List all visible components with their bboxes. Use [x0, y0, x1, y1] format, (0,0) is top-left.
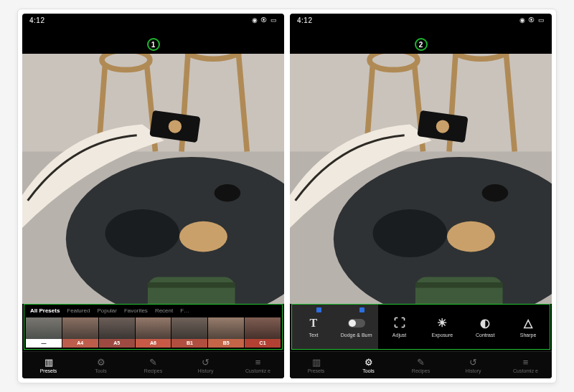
nav-tools[interactable]: ⚙ Tools	[75, 352, 127, 378]
customize-icon: ≡	[255, 358, 261, 367]
presets-icon: ▥	[312, 358, 321, 367]
bottom-nav: ▥ Presets ⚙ Tools ✎ Recipes ↺ History ≡ …	[290, 351, 552, 378]
svg-rect-13	[148, 282, 235, 288]
preset-c1[interactable]: C1	[245, 317, 281, 348]
photo-preview[interactable]	[290, 54, 552, 304]
tool-dodge-burn[interactable]: Dodge & Burn	[335, 305, 378, 349]
tab-more[interactable]: F…	[180, 307, 189, 314]
bottom-nav: ▥ Presets ⚙ Tools ✎ Recipes ↺ History ≡ …	[22, 351, 284, 378]
status-time: 4:12	[297, 16, 312, 24]
tab-all-presets[interactable]: All Presets	[30, 307, 60, 314]
tab-featured[interactable]: Featured	[67, 307, 90, 314]
tool-text[interactable]: T Text	[292, 305, 335, 349]
customize-icon: ≡	[523, 358, 529, 367]
tool-adjust[interactable]: ⛶ Adjust	[378, 305, 421, 349]
toggle-icon	[348, 317, 365, 330]
nav-recipes[interactable]: ✎ Recipes	[127, 352, 179, 378]
history-icon: ↺	[202, 358, 210, 367]
step-badge-2: 2	[415, 38, 428, 51]
phone-screenshot-1: 4:12 ◉ ⦿ ▭ 1	[22, 14, 284, 378]
lock-icon	[316, 307, 321, 312]
tools-icon: ⚙	[97, 358, 105, 367]
sharpen-icon: △	[524, 317, 532, 330]
tools-icon: ⚙	[364, 358, 373, 367]
header-area: 1	[22, 27, 284, 54]
signal-icon: ⦿	[528, 16, 535, 24]
lock-icon	[359, 307, 364, 312]
nav-customize[interactable]: ≡ Customiz e	[499, 352, 552, 378]
preset-b5[interactable]: B5	[208, 317, 244, 348]
preset-a6[interactable]: A6	[136, 317, 171, 348]
preset-original[interactable]: —	[26, 317, 62, 348]
svg-rect-28	[415, 277, 503, 304]
header-area: 2	[290, 27, 552, 54]
tab-recent[interactable]: Recent	[155, 307, 173, 314]
status-bar: 4:12 ◉ ⦿ ▭	[22, 14, 284, 27]
preset-a5[interactable]: A5	[99, 317, 135, 348]
nav-presets[interactable]: ▥ Presets	[22, 352, 75, 378]
tutorial-canvas: 4:12 ◉ ⦿ ▭ 1	[17, 9, 557, 383]
tool-sharpen[interactable]: △ Sharpe	[507, 305, 550, 349]
recipes-icon: ✎	[149, 358, 157, 367]
history-icon: ↺	[469, 358, 477, 367]
text-icon: T	[310, 317, 318, 330]
nav-customize[interactable]: ≡ Customiz e	[232, 352, 284, 378]
preset-b1[interactable]: B1	[171, 317, 207, 348]
photo-preview[interactable]	[22, 54, 284, 304]
nav-recipes[interactable]: ✎ Recipes	[395, 352, 447, 378]
battery-icon: ▭	[538, 16, 545, 24]
preset-a4[interactable]: A4	[62, 317, 98, 348]
phone-screenshot-2: 4:12 ◉ ⦿ ▭ 2	[290, 14, 552, 378]
step-badge-1: 1	[147, 38, 160, 51]
wifi-icon: ◉	[252, 16, 258, 24]
tab-favorites[interactable]: Favorites	[124, 307, 148, 314]
recipes-icon: ✎	[417, 358, 425, 367]
svg-rect-29	[415, 282, 503, 288]
tool-contrast[interactable]: ◐ Contrast	[464, 305, 507, 349]
preview-image	[290, 54, 552, 304]
svg-point-11	[215, 184, 241, 201]
preview-image	[22, 54, 284, 304]
svg-rect-12	[148, 277, 235, 304]
svg-point-26	[447, 221, 495, 252]
tools-row: T Text Dodge & Burn ⛶ Adjust ☀ Exposure …	[291, 304, 550, 350]
status-icons: ◉ ⦿ ▭	[519, 16, 545, 24]
battery-icon: ▭	[270, 16, 278, 24]
svg-point-9	[105, 209, 179, 257]
exposure-icon: ☀	[437, 317, 447, 330]
svg-point-15	[169, 120, 182, 133]
svg-point-27	[482, 184, 509, 201]
preset-category-tabs: All Presets Featured Popular Favorites R…	[24, 304, 283, 317]
signal-icon: ⦿	[260, 16, 268, 24]
nav-history[interactable]: ↺ History	[179, 352, 232, 378]
svg-point-25	[373, 209, 447, 257]
nav-presets[interactable]: ▥ Presets	[290, 352, 342, 378]
adjust-icon: ⛶	[394, 317, 405, 330]
presets-icon: ▥	[44, 358, 53, 367]
svg-point-31	[436, 120, 449, 133]
status-icons: ◉ ⦿ ▭	[252, 16, 278, 24]
tab-popular[interactable]: Popular	[97, 307, 117, 314]
nav-history[interactable]: ↺ History	[447, 352, 499, 378]
contrast-icon: ◐	[480, 317, 490, 330]
svg-point-10	[179, 221, 227, 252]
tool-exposure[interactable]: ☀ Exposure	[420, 305, 464, 349]
status-time: 4:12	[29, 16, 44, 24]
preset-thumbnails: — A4 A5 A6 B1 B5	[24, 317, 283, 350]
wifi-icon: ◉	[519, 16, 526, 24]
status-bar: 4:12 ◉ ⦿ ▭	[290, 14, 552, 27]
nav-tools[interactable]: ⚙ Tools	[342, 352, 395, 378]
